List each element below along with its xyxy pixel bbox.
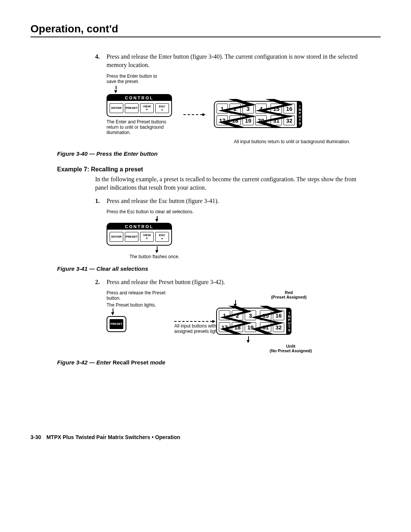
- fig41-caption: Figure 3-41 — Clear all selections: [57, 265, 358, 272]
- inputs-label: INPUTS: [298, 101, 302, 128]
- down-arrow-icon: [114, 90, 117, 93]
- input-matrix: 1 2 3 17 18 19: [216, 308, 292, 335]
- inputs-label: INPUTS: [287, 308, 292, 335]
- fig42-instr2: The Preset button lights.: [107, 302, 167, 308]
- fig42-instr1: Press and release the Preset button.: [107, 290, 167, 301]
- down-arrow-icon: [111, 312, 114, 315]
- fig41-flash: The button flashes once.: [129, 254, 358, 259]
- view-button[interactable]: VIEW: [140, 232, 154, 242]
- page-footer: 3-30 MTPX Plus Twisted Pair Matrix Switc…: [30, 434, 381, 440]
- preset-button[interactable]: PRESET: [125, 103, 139, 113]
- preset-panel: PRESET: [107, 316, 126, 332]
- triangle-down-icon: [146, 108, 148, 111]
- input-matrix: 1 2 3 4 17 18 19 20: [214, 101, 302, 128]
- control-title: CONTROL: [107, 95, 171, 101]
- down-arrow-icon: [155, 219, 158, 222]
- control-panel: CONTROL ENTER PRESET VIEW ESC: [107, 223, 172, 246]
- triangle-up-icon: [161, 237, 164, 240]
- fig40-bottom-note: All input buttons return to unlit or bac…: [107, 139, 350, 144]
- enter-button[interactable]: ENTER: [110, 232, 123, 242]
- esc-button[interactable]: ESC: [155, 103, 169, 113]
- esc-button[interactable]: ESC: [155, 232, 169, 242]
- step-1-text: Press and release the Esc button (figure…: [107, 197, 358, 205]
- triangle-down-icon: [146, 237, 148, 240]
- step-1: 1. Press and release the Esc button (fig…: [95, 197, 358, 205]
- step-1-num: 1.: [95, 197, 107, 205]
- control-panel: CONTROL ENTER PRESET VIEW ESC: [107, 94, 172, 117]
- fig40-caption: Figure 3-40 — Press the Enter button: [57, 150, 358, 157]
- page-title: Operation, cont'd: [30, 23, 381, 37]
- figure-3-40: Press the Enter button to save the prese…: [107, 73, 358, 144]
- red-label: Red(Preset Assigned): [220, 290, 358, 299]
- example-7-intro: In the following example, a preset is re…: [95, 175, 358, 192]
- fig42-caption: Figure 3-42 — Enter Recall Preset mode: [57, 359, 358, 366]
- step-2-text: Press and release the Preset button (fig…: [107, 278, 358, 286]
- control-title: CONTROL: [107, 224, 171, 230]
- dashed-arrow-icon: [183, 114, 202, 115]
- step-2: 2. Press and release the Preset button (…: [95, 278, 358, 286]
- fig40-instr1: Press the Enter button to save the prese…: [107, 73, 160, 84]
- break-zigzag-icon: [214, 99, 298, 128]
- step-4-text: Press and release the Enter button (figu…: [107, 53, 358, 70]
- preset-button[interactable]: PRESET: [110, 319, 123, 329]
- unlit-label: Unlit(No Preset Assigned): [224, 344, 358, 353]
- step-4-num: 4.: [95, 53, 107, 70]
- enter-button[interactable]: ENTER: [110, 103, 123, 113]
- figure-3-41: Press the Esc button to clear all select…: [107, 209, 358, 259]
- down-arrow-icon: [247, 340, 250, 343]
- step-4: 4. Press and release the Enter button (f…: [95, 53, 358, 70]
- down-arrow-icon: [155, 250, 158, 253]
- page-number: 3-30: [30, 434, 41, 440]
- view-button[interactable]: VIEW: [140, 103, 154, 113]
- triangle-up-icon: [161, 108, 164, 111]
- footer-text: MTPX Plus Twisted Pair Matrix Switchers …: [46, 434, 180, 440]
- figure-3-42: Press and release the Preset button. The…: [107, 290, 358, 353]
- fig41-instr: Press the Esc button to clear all select…: [107, 209, 358, 214]
- example-7-heading: Example 7: Recalling a preset: [57, 166, 358, 173]
- break-zigzag-icon: [216, 306, 287, 335]
- preset-button[interactable]: PRESET: [125, 232, 139, 242]
- dashed-arrow-icon: [174, 321, 212, 322]
- step-2-num: 2.: [95, 278, 107, 286]
- fig40-note1: The Enter and Preset buttons return to u…: [107, 119, 167, 135]
